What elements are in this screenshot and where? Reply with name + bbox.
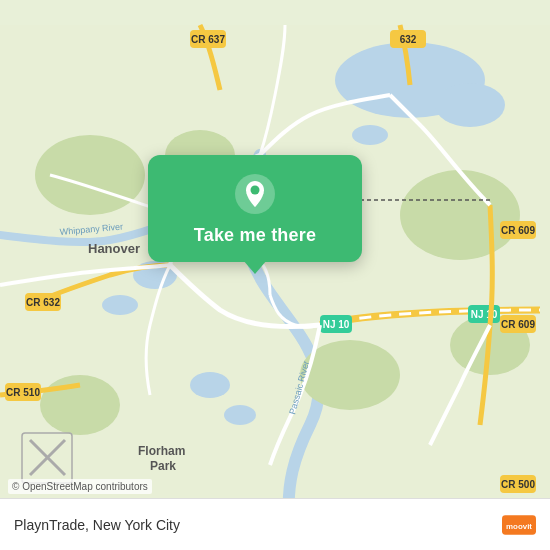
svg-text:Hanover: Hanover <box>88 241 140 256</box>
bottom-bar: PlaynTrade, New York City moovit <box>0 498 550 550</box>
svg-text:moovit: moovit <box>506 521 532 530</box>
svg-text:CR 609: CR 609 <box>501 319 535 330</box>
svg-point-7 <box>224 405 256 425</box>
take-me-there-button[interactable]: Take me there <box>148 155 362 262</box>
moovit-logo-icon: moovit <box>502 508 536 542</box>
svg-text:CR 637: CR 637 <box>191 34 225 45</box>
location-label: PlaynTrade, New York City <box>14 517 180 533</box>
svg-text:CR 510: CR 510 <box>6 387 40 398</box>
svg-point-5 <box>102 295 138 315</box>
svg-text:CR 500: CR 500 <box>501 479 535 490</box>
svg-text:CR 632: CR 632 <box>26 297 60 308</box>
svg-text:Park: Park <box>150 459 176 473</box>
svg-text:Florham: Florham <box>138 444 185 458</box>
map-attribution: © OpenStreetMap contributors <box>8 479 152 494</box>
svg-point-3 <box>352 125 388 145</box>
svg-text:NJ 10: NJ 10 <box>471 309 498 320</box>
svg-point-44 <box>251 186 260 195</box>
location-pin-icon <box>234 173 276 215</box>
svg-point-2 <box>435 83 505 127</box>
moovit-logo: moovit <box>502 508 536 542</box>
map-background: NJ 10 NJ 10 CR 632 CR 510 CR 609 CR 609 … <box>0 0 550 550</box>
popup-label: Take me there <box>194 225 316 246</box>
svg-text:CR 609: CR 609 <box>501 225 535 236</box>
map-container: NJ 10 NJ 10 CR 632 CR 510 CR 609 CR 609 … <box>0 0 550 550</box>
svg-point-6 <box>190 372 230 398</box>
svg-text:632: 632 <box>400 34 417 45</box>
svg-text:NJ 10: NJ 10 <box>323 319 350 330</box>
svg-point-11 <box>40 375 120 435</box>
svg-point-9 <box>400 170 520 260</box>
